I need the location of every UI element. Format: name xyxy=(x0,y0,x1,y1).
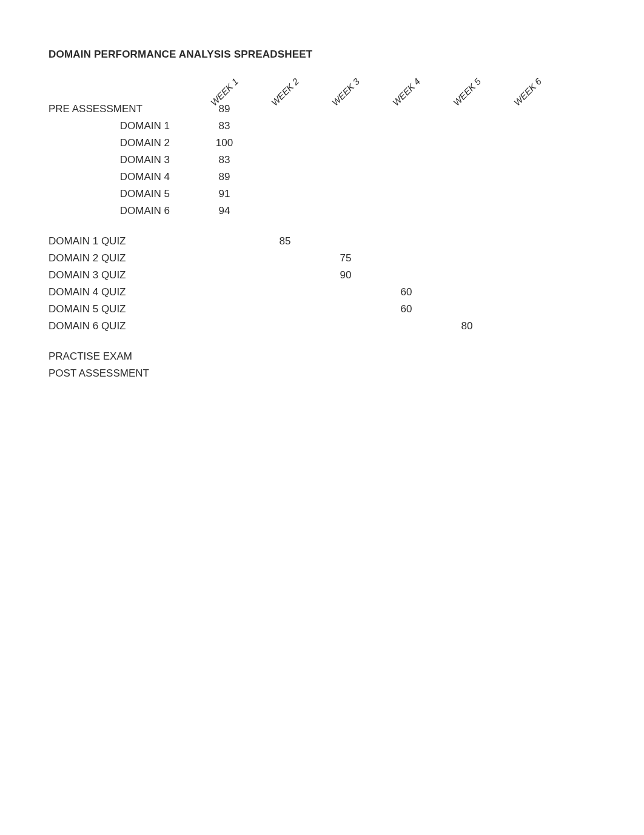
cell xyxy=(497,118,558,135)
cell xyxy=(437,186,497,203)
cell xyxy=(255,267,315,284)
cell: 60 xyxy=(376,301,437,318)
cell xyxy=(315,301,376,318)
table-row: DOMAIN 4 QUIZ60 xyxy=(49,284,558,301)
cell xyxy=(497,284,558,301)
cell xyxy=(497,318,558,335)
header-row: WEEK 1 WEEK 2 WEEK 3 WEEK 4 WEEK 5 WEEK … xyxy=(49,72,558,101)
cell xyxy=(315,135,376,152)
cell: 90 xyxy=(315,267,376,284)
col-header-week-6: WEEK 6 xyxy=(497,72,558,101)
cell xyxy=(315,203,376,220)
cell: 60 xyxy=(376,284,437,301)
cell xyxy=(376,135,437,152)
cell xyxy=(437,101,497,118)
cell: 80 xyxy=(437,318,497,335)
cell xyxy=(437,250,497,267)
cell xyxy=(315,365,376,382)
cell xyxy=(194,284,255,301)
table-row: DOMAIN 2100 xyxy=(49,135,558,152)
table-row: DOMAIN 489 xyxy=(49,169,558,186)
cell xyxy=(255,135,315,152)
cell xyxy=(194,365,255,382)
cell xyxy=(437,169,497,186)
table-row: PRE ASSESSMENT89 xyxy=(49,101,558,118)
cell xyxy=(437,301,497,318)
col-header-week-3: WEEK 3 xyxy=(315,72,376,101)
cell xyxy=(255,152,315,169)
cell: 94 xyxy=(194,203,255,220)
cell xyxy=(255,101,315,118)
cell xyxy=(255,301,315,318)
cell xyxy=(376,203,437,220)
cell xyxy=(194,267,255,284)
table-row: DOMAIN 3 QUIZ90 xyxy=(49,267,558,284)
cell xyxy=(437,284,497,301)
cell xyxy=(497,348,558,365)
cell xyxy=(255,318,315,335)
row-label: DOMAIN 4 xyxy=(49,169,194,186)
cell xyxy=(437,233,497,250)
table-row: DOMAIN 1 QUIZ85 xyxy=(49,233,558,250)
cell xyxy=(497,101,558,118)
row-label: DOMAIN 2 QUIZ xyxy=(49,250,194,267)
cell xyxy=(497,152,558,169)
cell xyxy=(315,186,376,203)
table-row: DOMAIN 694 xyxy=(49,203,558,220)
cell xyxy=(315,284,376,301)
cell xyxy=(315,169,376,186)
table-row: DOMAIN 6 QUIZ80 xyxy=(49,318,558,335)
cell xyxy=(376,101,437,118)
cell xyxy=(497,203,558,220)
cell xyxy=(437,365,497,382)
cell xyxy=(376,152,437,169)
cell xyxy=(315,118,376,135)
col-header-week-4: WEEK 4 xyxy=(376,72,437,101)
cell: 91 xyxy=(194,186,255,203)
row-label: PRACTISE EXAM xyxy=(49,348,194,365)
cell xyxy=(255,348,315,365)
row-label: DOMAIN 3 QUIZ xyxy=(49,267,194,284)
row-label: DOMAIN 6 xyxy=(49,203,194,220)
cell xyxy=(315,101,376,118)
cell xyxy=(255,365,315,382)
spacer-row xyxy=(49,335,558,348)
cell xyxy=(437,118,497,135)
cell: 89 xyxy=(194,169,255,186)
cell xyxy=(194,348,255,365)
col-header-week-5: WEEK 5 xyxy=(437,72,497,101)
row-label: DOMAIN 3 xyxy=(49,152,194,169)
page-title: DOMAIN PERFORMANCE ANALYSIS SPREADSHEET xyxy=(49,49,602,61)
cell xyxy=(437,203,497,220)
row-label: DOMAIN 5 QUIZ xyxy=(49,301,194,318)
spacer-cell xyxy=(49,335,558,348)
cell xyxy=(194,301,255,318)
table-row: DOMAIN 591 xyxy=(49,186,558,203)
cell xyxy=(376,250,437,267)
col-header-week-2: WEEK 2 xyxy=(255,72,315,101)
row-label: DOMAIN 1 xyxy=(49,118,194,135)
cell xyxy=(315,152,376,169)
cell xyxy=(255,169,315,186)
cell xyxy=(437,348,497,365)
table-row: POST ASSESSMENT xyxy=(49,365,558,382)
header-blank xyxy=(49,72,194,101)
table-row: DOMAIN 2 QUIZ75 xyxy=(49,250,558,267)
cell xyxy=(376,318,437,335)
row-label: PRE ASSESSMENT xyxy=(49,101,194,118)
spacer-cell xyxy=(49,220,558,233)
cell xyxy=(255,186,315,203)
cell: 100 xyxy=(194,135,255,152)
row-label: POST ASSESSMENT xyxy=(49,365,194,382)
cell xyxy=(194,250,255,267)
row-label: DOMAIN 2 xyxy=(49,135,194,152)
table-row: DOMAIN 5 QUIZ60 xyxy=(49,301,558,318)
cell xyxy=(376,169,437,186)
cell xyxy=(497,186,558,203)
cell: 85 xyxy=(255,233,315,250)
col-header-week-1: WEEK 1 xyxy=(194,72,255,101)
row-label: DOMAIN 1 QUIZ xyxy=(49,233,194,250)
cell xyxy=(497,301,558,318)
cell xyxy=(376,267,437,284)
cell xyxy=(497,365,558,382)
